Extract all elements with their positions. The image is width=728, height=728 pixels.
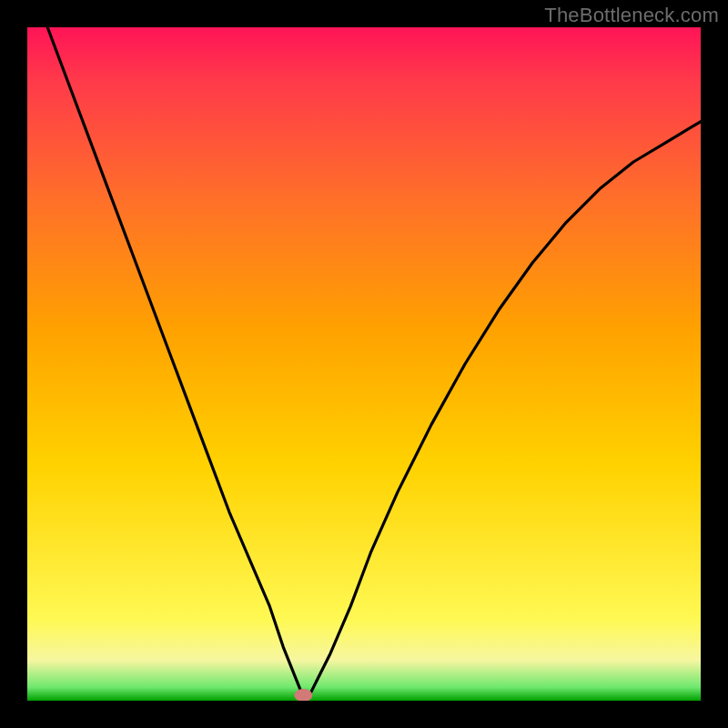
watermark-text: TheBottleneck.com — [544, 4, 719, 27]
plot-area — [27, 27, 701, 701]
optimum-marker — [294, 689, 312, 701]
bottleneck-curve — [27, 27, 701, 701]
chart-container: TheBottleneck.com — [0, 0, 728, 728]
